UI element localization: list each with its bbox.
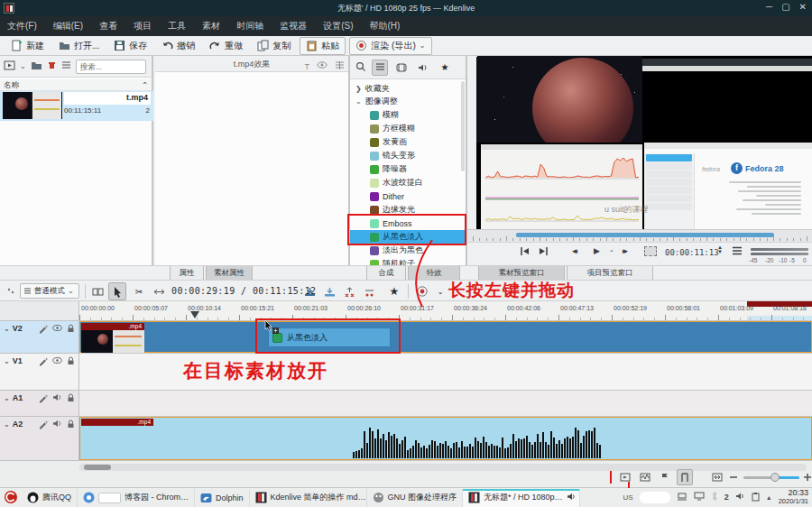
favorite-effects-star-icon[interactable]: ★ xyxy=(385,282,403,300)
effect-item[interactable]: 淡出为黑色 xyxy=(350,244,466,257)
tray-expand-icon[interactable]: ▲ xyxy=(766,494,772,501)
track-hide-icon[interactable] xyxy=(52,324,62,336)
taskbar-task[interactable]: GNU 图像处理程序 xyxy=(367,489,464,507)
search-icon[interactable] xyxy=(355,61,366,74)
play-icon[interactable]: ▶ xyxy=(594,246,600,255)
track-header-a2[interactable]: ⌄A2 xyxy=(0,417,79,461)
track-collapse-icon[interactable]: ⌄ xyxy=(4,420,10,429)
columns-icon[interactable] xyxy=(335,59,345,75)
menu-item[interactable]: 项目 xyxy=(134,20,152,32)
menu-item[interactable]: 工具 xyxy=(168,20,186,32)
insert-zone-icon[interactable] xyxy=(300,282,318,300)
taskbar-task[interactable]: Kdenlive 简单的操作 md… xyxy=(250,489,367,507)
show-audio-thumbnails-icon[interactable] xyxy=(637,469,653,485)
file-new-button[interactable]: 新建 xyxy=(5,38,50,54)
monitor-timecode[interactable]: 00:00:11:13 xyxy=(665,248,719,257)
track-lock-icon[interactable] xyxy=(67,324,75,336)
hscroll-thumb[interactable] xyxy=(84,465,111,470)
effects-category-image[interactable]: ⌄图像调整 xyxy=(350,95,466,107)
timecode-spinner[interactable]: ▲▼ xyxy=(717,245,723,254)
eye-icon[interactable] xyxy=(317,59,328,75)
ime-indicator-icon[interactable]: 2 xyxy=(724,493,729,502)
selection-tool-icon[interactable] xyxy=(108,282,126,300)
timeline-hscrollbar[interactable] xyxy=(79,464,807,471)
track-mute-icon[interactable] xyxy=(52,393,62,405)
track-a1-body[interactable] xyxy=(79,391,812,417)
track-v2-body[interactable]: .mp4 从黑色淡入 xyxy=(79,321,812,354)
menu-item[interactable]: 时间轴 xyxy=(236,20,263,32)
keyboard-layout-indicator[interactable]: US xyxy=(623,493,633,502)
add-clip-icon[interactable] xyxy=(4,60,15,73)
play-options-chevron-icon[interactable]: ⌄ xyxy=(609,246,614,254)
taskbar-task[interactable]: 博客园 - Chrom… xyxy=(78,489,195,507)
menu-item[interactable]: 查看 xyxy=(99,20,117,32)
save-button[interactable]: 保存 xyxy=(108,38,152,54)
effects-scrollbar[interactable] xyxy=(461,81,465,171)
track-hide-icon[interactable] xyxy=(52,356,62,368)
bin-search-input[interactable] xyxy=(76,60,146,74)
undo-button[interactable]: 撤销 xyxy=(156,38,200,54)
effect-item[interactable]: Emboss xyxy=(350,217,466,230)
effect-item[interactable]: 镜头变形 xyxy=(350,149,466,162)
zoom-slider-thumb[interactable] xyxy=(770,473,780,482)
minimize-icon[interactable]: ─ xyxy=(766,2,772,12)
collapse-icon[interactable]: ⌃ xyxy=(142,80,148,89)
bin-menu-icon[interactable] xyxy=(61,61,71,71)
razor-tool-icon[interactable]: ✂ xyxy=(130,282,148,300)
track-a2-body[interactable]: .mp4 xyxy=(79,417,812,461)
edit-mode-dropdown[interactable]: 普通模式 ⌄ xyxy=(20,283,79,299)
bin-name-header[interactable]: 名称 ⌃ xyxy=(0,79,152,91)
track-effects-icon[interactable] xyxy=(39,419,48,431)
spacer-tool-icon[interactable] xyxy=(150,282,168,300)
track-lock-icon[interactable] xyxy=(67,356,75,368)
rewind-icon[interactable]: ◂◂ xyxy=(572,246,575,255)
render-button[interactable]: 渲染 (导出)⌄ xyxy=(349,37,431,55)
track-collapse-icon[interactable]: ⌄ xyxy=(4,325,10,333)
monitor-menu-icon[interactable] xyxy=(732,246,743,257)
monitor-zone-bar[interactable] xyxy=(467,229,812,242)
menu-item[interactable]: 帮助(H) xyxy=(369,20,400,32)
effect-item[interactable]: 边缘发光 xyxy=(350,203,466,217)
taskbar-task[interactable]: Dolphin xyxy=(195,489,250,507)
track-collapse-icon[interactable]: ⌄ xyxy=(4,394,10,402)
taskbar-task[interactable]: 无标题* / HD 1080p… xyxy=(463,489,580,507)
effect-item[interactable]: 从黑色淡入 xyxy=(350,230,466,244)
video-effects-icon[interactable] xyxy=(393,60,410,76)
go-to-end-icon[interactable] xyxy=(538,246,549,258)
fit-zoom-icon[interactable] xyxy=(709,469,725,485)
track-header-v1[interactable]: ⌄V1 xyxy=(0,354,79,391)
track-effects-icon[interactable] xyxy=(39,356,48,368)
playhead-marker[interactable] xyxy=(190,311,199,318)
render-chevron-icon[interactable]: ⌄ xyxy=(431,282,449,300)
track-target-icon[interactable] xyxy=(2,282,20,300)
network-icon[interactable] xyxy=(677,492,687,502)
volume-icon[interactable] xyxy=(735,492,745,502)
dragged-effect-chip[interactable]: 从黑色淡入 xyxy=(268,327,391,347)
new-folder-icon[interactable] xyxy=(31,60,42,72)
list-view-icon[interactable] xyxy=(372,60,388,76)
chevron-down-icon[interactable]: ⌄ xyxy=(20,62,26,70)
lift-zone-icon[interactable] xyxy=(360,282,378,300)
taskbar-clock[interactable]: 20:33 2020/1/31 xyxy=(779,489,808,505)
effect-item[interactable]: 模糊 xyxy=(350,108,466,122)
stack-tab[interactable]: 属性 xyxy=(170,266,204,281)
track-lock-icon[interactable] xyxy=(67,419,75,431)
track-collapse-icon[interactable]: ⌄ xyxy=(4,357,10,365)
folder-open-button[interactable]: 打开... xyxy=(53,38,105,54)
track-effects-icon[interactable] xyxy=(39,324,48,336)
track-mute-icon[interactable] xyxy=(52,419,62,431)
menu-item[interactable]: 编辑(E) xyxy=(53,20,83,32)
track-header-v2[interactable]: ⌄V2 xyxy=(0,321,79,354)
extract-zone-icon[interactable] xyxy=(340,282,358,300)
app-launcher-icon[interactable] xyxy=(4,490,18,506)
track-header-a1[interactable]: ⌄A1 xyxy=(0,391,79,417)
text-icon[interactable]: T xyxy=(305,59,310,75)
clipboard-icon[interactable] xyxy=(752,492,760,503)
paste-button[interactable]: 粘贴 xyxy=(300,37,346,55)
stack-tab[interactable]: 素材属性 xyxy=(206,266,253,281)
snap-icon[interactable] xyxy=(677,469,693,485)
show-video-thumbnails-icon[interactable] xyxy=(617,469,633,485)
effect-item[interactable]: 降噪器 xyxy=(350,162,466,176)
effects-tab[interactable]: 合成 xyxy=(366,266,406,281)
effect-item[interactable]: 发黄画 xyxy=(350,135,466,149)
